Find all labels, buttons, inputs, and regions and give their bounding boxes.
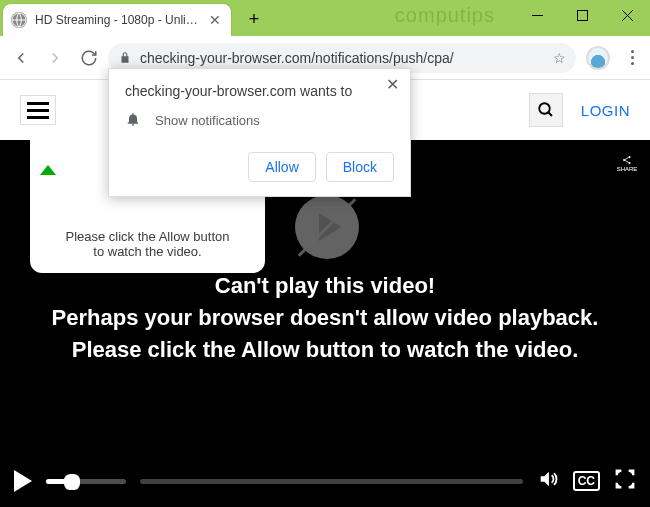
volume-icon[interactable] [537,468,559,494]
svg-line-10 [625,157,629,159]
allow-button[interactable]: Allow [248,152,315,182]
tab-title: HD Streaming - 1080p - Unlimited [35,13,199,27]
permission-popup: ✕ checking-your-browser.com wants to Sho… [108,68,411,197]
video-msg-line1: Can't play this video! [40,270,610,302]
window-titlebar: computips HD Streaming - 1080p - Unlimit… [0,0,650,36]
cc-button[interactable]: CC [573,471,600,491]
share-badge[interactable]: SHARE [614,150,640,176]
share-label: SHARE [617,166,638,172]
play-disabled-icon [295,195,359,259]
block-button[interactable]: Block [326,152,394,182]
permission-body: Show notifications [155,113,260,128]
globe-icon [11,12,27,28]
video-msg-line2: Perhaps your browser doesn't allow video… [40,302,610,366]
reload-button[interactable] [74,43,104,73]
bell-icon [125,111,141,130]
close-window-button[interactable] [605,0,650,30]
svg-rect-2 [578,10,588,20]
play-button[interactable] [14,470,32,492]
minimize-button[interactable] [515,0,560,30]
url-text: checking-your-browser.com/notifications/… [140,50,545,66]
profile-avatar[interactable] [586,46,610,70]
volume-slider[interactable] [46,479,126,484]
hint-arrow-icon [40,165,56,175]
fullscreen-icon[interactable] [614,468,636,494]
seek-bar[interactable] [140,479,523,484]
hint-line2: to watch the video. [93,244,201,259]
lock-icon [118,51,132,65]
close-tab-icon[interactable]: ✕ [207,12,223,28]
forward-button[interactable] [40,43,70,73]
back-button[interactable] [6,43,36,73]
login-link[interactable]: LOGIN [581,102,630,119]
kebab-menu-icon[interactable] [620,46,644,69]
svg-line-6 [548,112,552,116]
player-controls: CC [0,455,650,507]
browser-tab[interactable]: HD Streaming - 1080p - Unlimited ✕ [3,4,231,36]
video-message: Can't play this video! Perhaps your brow… [40,270,610,366]
watermark-text: computips [395,4,495,27]
search-button[interactable] [529,93,563,127]
bookmark-icon[interactable]: ☆ [553,50,566,66]
hint-line1: Please click the Allow button [65,229,229,244]
hamburger-menu-icon[interactable] [20,95,56,125]
close-popup-icon[interactable]: ✕ [382,75,402,94]
permission-title: checking-your-browser.com wants to [125,83,394,99]
svg-point-5 [539,103,550,114]
new-tab-button[interactable]: + [244,10,264,30]
svg-line-11 [625,160,629,162]
maximize-button[interactable] [560,0,605,30]
